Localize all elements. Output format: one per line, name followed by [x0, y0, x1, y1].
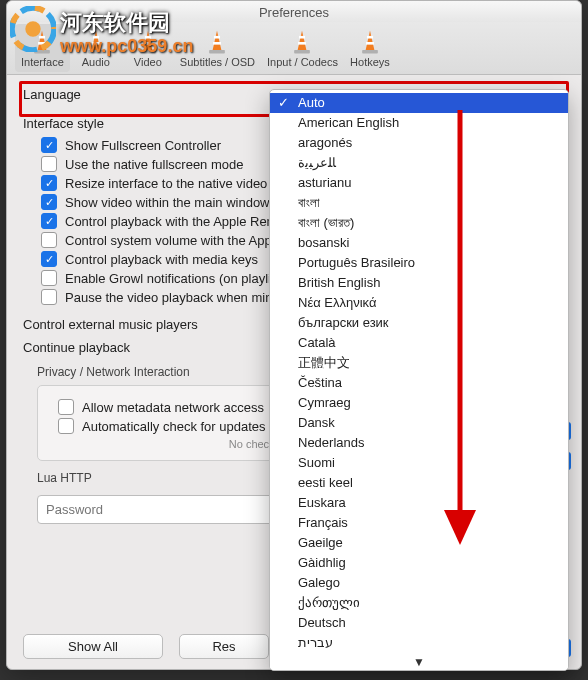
checkbox[interactable]: ✓ — [41, 251, 57, 267]
language-option[interactable]: ქართული — [270, 593, 568, 613]
svg-rect-21 — [299, 42, 307, 45]
watermark-url: www.pc0359.cn — [60, 36, 193, 57]
svg-marker-15 — [213, 31, 222, 50]
svg-rect-16 — [214, 36, 220, 39]
language-option[interactable]: aragonés — [270, 133, 568, 153]
language-option[interactable]: Dansk — [270, 413, 568, 433]
tab-hotkeys[interactable]: Hotkeys — [344, 24, 396, 72]
checkbox[interactable]: ✓ — [41, 175, 57, 191]
language-option[interactable]: Galego — [270, 573, 568, 593]
checkbox[interactable] — [41, 270, 57, 286]
svg-marker-19 — [298, 31, 307, 50]
svg-rect-17 — [213, 42, 221, 45]
checkbox[interactable] — [41, 156, 57, 172]
language-option[interactable]: ﺎﻠﻋﺮﺒﻳﺓ — [270, 153, 568, 173]
pref-label: Control playback with the Apple Remote — [65, 214, 296, 229]
checkbox[interactable]: ✓ — [41, 194, 57, 210]
tab-label: Subtitles / OSD — [180, 56, 255, 68]
svg-rect-22 — [295, 50, 311, 54]
pref-label: Control playback with media keys — [65, 252, 258, 267]
language-option[interactable]: עברית — [270, 633, 568, 653]
pref-label: Show Fullscreen Controller — [65, 138, 221, 153]
show-all-button[interactable]: Show All — [23, 634, 163, 659]
language-option[interactable]: Gàidhlig — [270, 553, 568, 573]
svg-rect-26 — [362, 50, 378, 54]
language-option[interactable]: eesti keel — [270, 473, 568, 493]
tab-label: Audio — [82, 56, 110, 68]
dropdown-scroll-down-icon[interactable]: ▼ — [270, 654, 568, 670]
language-option[interactable]: български език — [270, 313, 568, 333]
language-option[interactable]: Deutsch — [270, 613, 568, 633]
language-option[interactable]: 正體中文 — [270, 353, 568, 373]
language-option[interactable]: Nederlands — [270, 433, 568, 453]
language-option[interactable]: বাংলা (ভারত) — [270, 213, 568, 233]
pref-label: Use the native fullscreen mode — [65, 157, 243, 172]
svg-marker-23 — [366, 31, 375, 50]
checkbox[interactable]: ✓ — [41, 213, 57, 229]
language-option[interactable]: Νέα Ελληνικά — [270, 293, 568, 313]
reset-all-button[interactable]: Res — [179, 634, 269, 659]
checkbox[interactable]: ✓ — [41, 137, 57, 153]
language-option[interactable]: Português Brasileiro — [270, 253, 568, 273]
language-option[interactable]: Català — [270, 333, 568, 353]
svg-rect-24 — [367, 36, 373, 39]
checkbox[interactable] — [58, 418, 74, 434]
svg-rect-18 — [210, 50, 226, 54]
language-option[interactable]: Français — [270, 513, 568, 533]
checkbox[interactable] — [41, 232, 57, 248]
checkbox[interactable] — [41, 289, 57, 305]
privacy-label: Allow metadata network access — [82, 400, 264, 415]
language-option[interactable]: Čeština — [270, 373, 568, 393]
watermark-brand: 河东软件园 — [60, 8, 170, 38]
language-option[interactable]: Suomi — [270, 453, 568, 473]
pref-label: Show video within the main window — [65, 195, 270, 210]
tab-label: Interface — [21, 56, 64, 68]
language-option[interactable]: asturianu — [270, 173, 568, 193]
tab-label: Hotkeys — [350, 56, 390, 68]
language-option[interactable]: Euskara — [270, 493, 568, 513]
pref-label: Resize interface to the native video siz… — [65, 176, 294, 191]
tab-label: Input / Codecs — [267, 56, 338, 68]
language-option[interactable]: British English — [270, 273, 568, 293]
tab-codecs[interactable]: Input / Codecs — [261, 24, 344, 72]
privacy-label: Automatically check for updates — [82, 419, 266, 434]
svg-point-2 — [25, 21, 40, 36]
language-option[interactable]: বাংলা — [270, 193, 568, 213]
language-dropdown[interactable]: AutoAmerican Englisharagonésﺎﻠﻋﺮﺒﻳﺓastur… — [269, 89, 569, 671]
svg-rect-25 — [366, 42, 374, 45]
language-label: Language — [23, 87, 233, 102]
language-option[interactable]: bosanski — [270, 233, 568, 253]
checkbox[interactable] — [58, 399, 74, 415]
tab-label: Video — [134, 56, 162, 68]
language-option[interactable]: American English — [270, 113, 568, 133]
language-option[interactable]: Cymraeg — [270, 393, 568, 413]
watermark-logo — [10, 6, 56, 52]
svg-rect-20 — [299, 36, 305, 39]
language-option[interactable]: Gaeilge — [270, 533, 568, 553]
language-option[interactable]: Auto — [270, 93, 568, 113]
